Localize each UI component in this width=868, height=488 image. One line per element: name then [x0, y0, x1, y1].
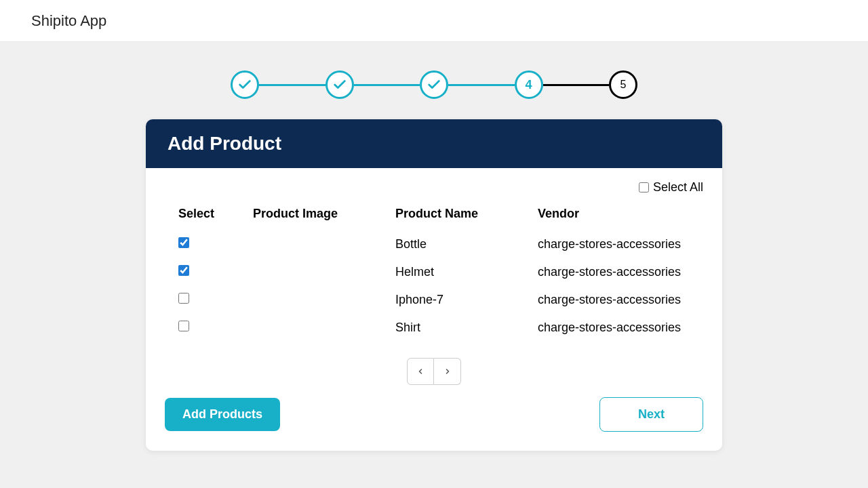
add-product-card: Add Product Select All Select Product Im… — [146, 119, 722, 451]
step-line-2 — [354, 84, 420, 86]
pager-prev-button[interactable] — [407, 358, 434, 385]
row-vendor: charge-stores-accessories — [538, 293, 690, 307]
pager — [165, 358, 703, 385]
check-icon — [237, 77, 252, 92]
card-title: Add Product — [146, 119, 722, 168]
next-button[interactable]: Next — [599, 397, 703, 432]
stepper: 4 5 — [231, 70, 637, 99]
step-1 — [231, 70, 259, 99]
card-footer: Add Products Next — [165, 397, 703, 432]
row-name: Helmet — [395, 265, 538, 279]
row-vendor: charge-stores-accessories — [538, 237, 690, 251]
table-row: Iphone-7 charge-stores-accessories — [165, 286, 703, 314]
select-all-checkbox[interactable] — [639, 182, 649, 192]
row-name: Bottle — [395, 237, 538, 251]
row-checkbox[interactable] — [178, 293, 189, 304]
step-line-3 — [448, 84, 515, 86]
app-title: Shipito App — [31, 12, 106, 30]
row-checkbox[interactable] — [178, 237, 189, 248]
table-header: Select Product Image Product Name Vendor — [165, 200, 703, 230]
chevron-right-icon — [443, 367, 452, 375]
row-checkbox[interactable] — [178, 265, 189, 276]
row-vendor: charge-stores-accessories — [538, 265, 690, 279]
row-vendor: charge-stores-accessories — [538, 321, 690, 335]
card-body: Select All Select Product Image Product … — [146, 168, 722, 451]
table-row: Shirt charge-stores-accessories — [165, 314, 703, 342]
select-all-label: Select All — [653, 180, 703, 195]
pager-next-button[interactable] — [434, 358, 461, 385]
table-row: Helmet charge-stores-accessories — [165, 258, 703, 286]
add-products-button[interactable]: Add Products — [165, 398, 280, 431]
col-vendor: Vendor — [538, 207, 690, 221]
topbar: Shipito App — [0, 0, 868, 42]
step-line-1 — [259, 84, 326, 86]
step-3 — [420, 70, 448, 99]
step-2 — [326, 70, 354, 99]
product-table: Select Product Image Product Name Vendor… — [165, 200, 703, 342]
row-name: Iphone-7 — [395, 293, 538, 307]
step-5: 5 — [609, 70, 637, 99]
select-all-row: Select All — [165, 180, 703, 195]
row-checkbox[interactable] — [178, 321, 189, 331]
col-name: Product Name — [395, 207, 538, 221]
step-line-4 — [543, 84, 610, 86]
chevron-left-icon — [416, 367, 425, 375]
col-select: Select — [178, 207, 253, 221]
check-icon — [332, 77, 347, 92]
col-image: Product Image — [253, 207, 395, 221]
check-icon — [427, 77, 441, 92]
step-4: 4 — [515, 70, 543, 99]
table-row: Bottle charge-stores-accessories — [165, 230, 703, 258]
row-name: Shirt — [395, 321, 538, 335]
